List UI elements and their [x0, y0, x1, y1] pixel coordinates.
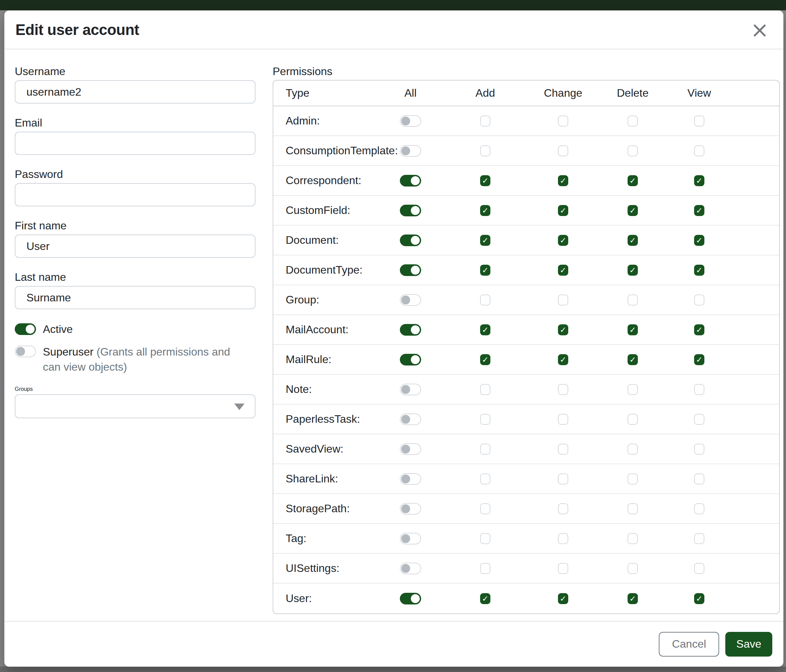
perm-delete-checkbox[interactable]: ✓	[627, 175, 638, 186]
perm-view-checkbox[interactable]	[694, 295, 704, 306]
perm-delete-checkbox[interactable]	[627, 563, 638, 574]
perm-change-checkbox[interactable]	[558, 503, 568, 514]
perm-add-checkbox[interactable]: ✓	[480, 235, 490, 246]
perm-delete-checkbox[interactable]	[627, 414, 638, 425]
toggle-knob	[411, 594, 420, 603]
perm-change-checkbox[interactable]: ✓	[558, 593, 568, 604]
perm-change-checkbox[interactable]	[558, 444, 568, 455]
perm-all-toggle[interactable]	[400, 175, 421, 187]
perm-add-checkbox[interactable]	[480, 414, 490, 425]
perm-all-toggle[interactable]	[400, 115, 421, 127]
perm-all-toggle[interactable]	[400, 264, 421, 276]
perm-all-toggle[interactable]	[400, 533, 421, 545]
perm-all-toggle[interactable]	[400, 205, 421, 216]
perm-add-checkbox[interactable]: ✓	[480, 324, 490, 335]
perm-change-checkbox[interactable]: ✓	[558, 175, 568, 186]
perm-view-checkbox[interactable]	[694, 116, 704, 127]
perm-delete-checkbox[interactable]	[627, 503, 638, 514]
first-name-input[interactable]	[15, 234, 255, 258]
perm-view-checkbox[interactable]: ✓	[694, 265, 704, 276]
perm-add-checkbox[interactable]	[480, 474, 490, 484]
perm-change-checkbox[interactable]	[558, 116, 568, 127]
perm-delete-checkbox[interactable]	[627, 533, 638, 544]
groups-select[interactable]	[15, 394, 255, 418]
perm-view-checkbox[interactable]: ✓	[694, 354, 704, 365]
cancel-button[interactable]: Cancel	[659, 632, 719, 656]
perm-all-toggle[interactable]	[400, 563, 421, 574]
perm-view-checkbox[interactable]	[694, 533, 704, 544]
perm-view-checkbox[interactable]	[694, 444, 704, 455]
perm-all-toggle[interactable]	[400, 145, 421, 157]
perm-all-toggle[interactable]	[400, 473, 421, 485]
perm-delete-checkbox[interactable]	[627, 145, 638, 156]
perm-change-checkbox[interactable]	[558, 414, 568, 425]
email-input[interactable]	[15, 132, 255, 155]
perm-all-toggle[interactable]	[400, 294, 421, 306]
perm-add-checkbox[interactable]: ✓	[480, 205, 490, 216]
save-button[interactable]: Save	[725, 632, 772, 656]
perm-add-checkbox[interactable]: ✓	[480, 265, 490, 276]
perm-change-checkbox[interactable]	[558, 474, 568, 484]
perm-add-checkbox[interactable]: ✓	[480, 354, 490, 365]
perm-view-checkbox[interactable]	[694, 503, 704, 514]
perm-all-cell	[400, 384, 421, 395]
perm-delete-checkbox[interactable]: ✓	[627, 354, 638, 365]
perm-view-checkbox[interactable]: ✓	[694, 324, 704, 335]
perm-view-checkbox[interactable]	[694, 474, 704, 484]
perm-all-toggle[interactable]	[400, 413, 421, 425]
perm-add-checkbox[interactable]	[480, 116, 490, 127]
perm-change-checkbox[interactable]: ✓	[558, 205, 568, 216]
perm-add-checkbox[interactable]	[480, 145, 490, 156]
perm-all-toggle[interactable]	[400, 234, 421, 246]
perm-change-checkbox[interactable]: ✓	[558, 324, 568, 335]
perm-delete-checkbox[interactable]: ✓	[627, 324, 638, 335]
active-toggle[interactable]	[15, 323, 36, 335]
perm-all-toggle[interactable]	[400, 443, 421, 455]
perm-add-checkbox[interactable]: ✓	[480, 593, 490, 604]
perm-delete-checkbox[interactable]: ✓	[627, 265, 638, 276]
perm-view-checkbox[interactable]	[694, 414, 704, 425]
perm-view-checkbox[interactable]	[694, 384, 704, 395]
permission-row: MailAccount:✓✓✓✓	[273, 315, 779, 345]
superuser-toggle[interactable]	[15, 345, 36, 357]
perm-add-checkbox[interactable]	[480, 295, 490, 306]
perm-view-checkbox[interactable]: ✓	[694, 593, 704, 604]
perm-all-toggle[interactable]	[400, 384, 421, 395]
username-input[interactable]	[15, 80, 255, 104]
close-icon[interactable]: ×	[750, 19, 769, 41]
perm-view-checkbox[interactable]: ✓	[694, 235, 704, 246]
perm-delete-cell	[627, 444, 638, 455]
password-input[interactable]	[15, 183, 255, 206]
perm-change-checkbox[interactable]: ✓	[558, 265, 568, 276]
perm-add-checkbox[interactable]	[480, 503, 490, 514]
perm-change-checkbox[interactable]	[558, 295, 568, 306]
perm-all-toggle[interactable]	[400, 593, 421, 604]
perm-delete-checkbox[interactable]	[627, 444, 638, 455]
perm-delete-checkbox[interactable]	[627, 474, 638, 484]
perm-delete-checkbox[interactable]	[627, 384, 638, 395]
perm-all-toggle[interactable]	[400, 503, 421, 515]
perm-delete-checkbox[interactable]	[627, 116, 638, 127]
perm-add-checkbox[interactable]	[480, 444, 490, 455]
perm-add-checkbox[interactable]	[480, 563, 490, 574]
perm-change-checkbox[interactable]: ✓	[558, 235, 568, 246]
perm-view-checkbox[interactable]: ✓	[694, 175, 704, 186]
perm-change-checkbox[interactable]	[558, 563, 568, 574]
perm-delete-checkbox[interactable]: ✓	[627, 235, 638, 246]
perm-change-checkbox[interactable]	[558, 145, 568, 156]
last-name-input[interactable]	[15, 286, 255, 309]
perm-delete-checkbox[interactable]: ✓	[627, 205, 638, 216]
perm-all-toggle[interactable]	[400, 324, 421, 336]
perm-delete-checkbox[interactable]	[627, 295, 638, 306]
perm-add-checkbox[interactable]: ✓	[480, 175, 490, 186]
perm-view-checkbox[interactable]: ✓	[694, 205, 704, 216]
perm-delete-checkbox[interactable]: ✓	[627, 593, 638, 604]
perm-all-toggle[interactable]	[400, 354, 421, 366]
perm-add-checkbox[interactable]	[480, 533, 490, 544]
perm-change-checkbox[interactable]	[558, 533, 568, 544]
perm-view-checkbox[interactable]	[694, 563, 704, 574]
perm-change-checkbox[interactable]: ✓	[558, 354, 568, 365]
perm-change-checkbox[interactable]	[558, 384, 568, 395]
perm-add-checkbox[interactable]	[480, 384, 490, 395]
perm-view-checkbox[interactable]	[694, 145, 704, 156]
